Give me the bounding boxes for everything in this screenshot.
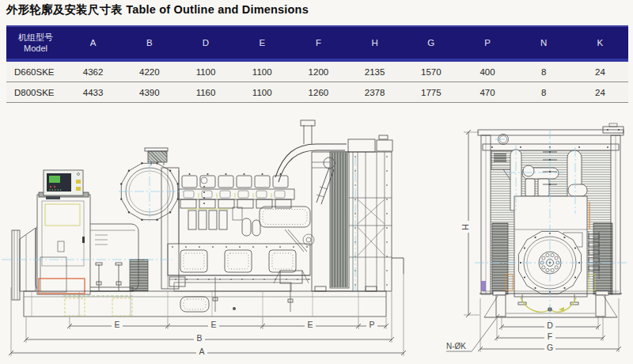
col-header-b: B	[121, 38, 177, 47]
value-cell: 2135	[347, 67, 403, 77]
value-cell: 400	[459, 67, 515, 77]
value-cell: 1160	[177, 88, 233, 97]
table-row: D800SKE 4433 4390 1160 1100 1260 2378 17…	[6, 82, 628, 103]
value-cell: 1100	[177, 67, 233, 77]
value-cell: 1200	[290, 67, 347, 77]
dim-label-e3: E	[307, 320, 313, 329]
dim-label-h: H	[461, 224, 470, 230]
dim-label-e1: E	[114, 320, 119, 329]
value-cell: 4390	[121, 88, 177, 97]
control-cabinet	[37, 192, 90, 294]
page: 外形轮廓及安装尺寸表 Table of Outline and Dimensio…	[0, 0, 633, 364]
col-header-n: N	[516, 38, 572, 47]
service-ladder	[589, 231, 599, 279]
dim-label-f: F	[548, 332, 552, 341]
drawing-canvas: E E E P B A	[0, 101, 633, 364]
dim-label-b: B	[196, 333, 202, 343]
model-cell: D800SKE	[6, 88, 65, 97]
col-header-model: 机组型号 Model	[6, 32, 65, 55]
dim-label-p: P	[369, 320, 374, 329]
technical-drawings: E E E P B A	[0, 101, 633, 364]
end-view-drawing: H D F G N-ØK	[446, 123, 627, 352]
model-header-en: Model	[6, 43, 65, 54]
col-header-d: D	[177, 38, 233, 47]
value-cell: 470	[459, 88, 515, 97]
base-frame	[24, 291, 386, 317]
value-cell: 24	[572, 88, 628, 97]
lcd-screen	[49, 176, 60, 183]
value-cell: 24	[572, 67, 628, 77]
value-cell: 4220	[121, 67, 177, 77]
col-header-f: F	[290, 38, 347, 47]
model-cell: D660SKE	[6, 67, 65, 77]
col-header-k: K	[572, 38, 628, 47]
table-header-row: 机组型号 Model A B D E F H G P N K	[6, 25, 628, 62]
col-header-a: A	[65, 38, 121, 47]
table-row: D660SKE 4362 4220 1100 1100 1200 2135 15…	[6, 62, 628, 82]
dim-label-d: D	[547, 320, 553, 330]
value-cell: 8	[516, 88, 572, 97]
value-cell: 4433	[65, 88, 121, 97]
col-header-g: G	[403, 38, 459, 47]
value-cell: 1100	[234, 88, 290, 97]
value-cell: 2378	[347, 88, 403, 97]
value-cell: 4362	[65, 67, 121, 77]
dim-label-a: A	[199, 347, 204, 356]
page-title: 外形轮廓及安装尺寸表 Table of Outline and Dimensio…	[6, 2, 309, 17]
col-header-p: P	[459, 38, 515, 47]
col-header-h: H	[347, 38, 403, 47]
value-cell: 1570	[403, 67, 459, 77]
model-header-zh: 机组型号	[6, 32, 65, 43]
dim-label-mounting-holes: N-ØK	[446, 342, 466, 351]
col-header-e: E	[234, 38, 290, 47]
control-panel	[44, 170, 83, 195]
value-cell: 1260	[290, 88, 347, 97]
engine-assembly	[161, 120, 347, 312]
side-view-drawing: E E E P B A	[2, 120, 406, 356]
alternator-end-housing	[514, 196, 587, 297]
value-cell: 1775	[403, 88, 459, 97]
dim-label-e2: E	[210, 320, 216, 329]
dim-label-g: G	[547, 343, 553, 352]
value-cell: 1100	[234, 67, 290, 77]
dimensions-table: 机组型号 Model A B D E F H G P N K D660SKE 4…	[6, 25, 628, 103]
value-cell: 8	[516, 67, 572, 77]
